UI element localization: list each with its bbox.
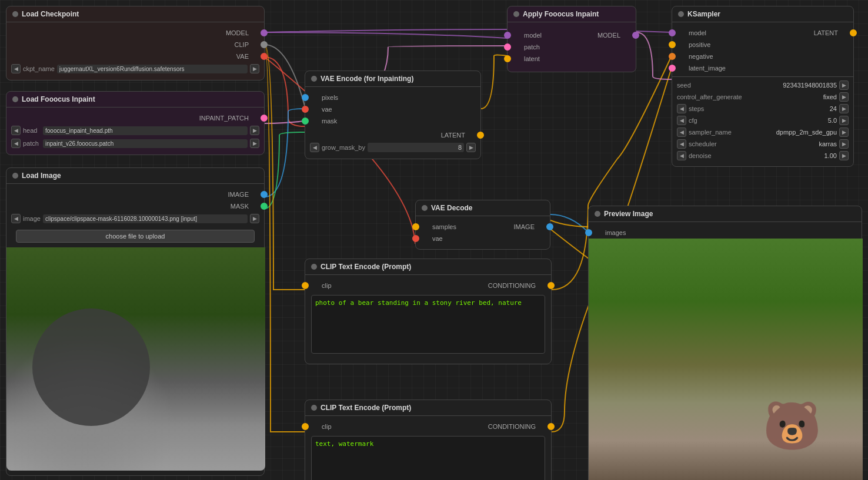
cfg-label: cfg [689, 117, 736, 124]
vae-encode-dot [311, 76, 317, 82]
ksampler-steps: ◀ steps 24 ▶ [672, 103, 853, 115]
sampler-value: dpmpp_2m_sde_gpu [738, 129, 837, 136]
ksampler-negative-input: negative [672, 51, 734, 62]
node-vae-encode: VAE Encode (for Inpainting) pixels vae m… [305, 71, 481, 159]
output-image-container [589, 239, 863, 480]
ksampler-positive-label: positive [689, 41, 710, 48]
cfg-prev-btn[interactable]: ◀ [677, 116, 686, 125]
ckpt-label: ckpt_name [23, 65, 55, 72]
steps-value: 24 [738, 105, 837, 112]
mask-input: mask [305, 115, 480, 127]
clip-positive-port [302, 282, 309, 289]
clip-label: CLIP [235, 41, 249, 48]
sched-prev-btn[interactable]: ◀ [677, 139, 686, 149]
latent-label: LATENT [441, 132, 465, 139]
patch-value-input[interactable] [43, 139, 248, 148]
ksampler-model-input: model [672, 27, 734, 39]
image-prev-btn[interactable]: ◀ [11, 214, 21, 223]
load-checkpoint-header: Load Checkpoint [6, 6, 264, 22]
sampler-next-btn[interactable]: ▶ [839, 127, 849, 137]
output-clip: CLIP [6, 39, 264, 51]
sampler-prev-btn[interactable]: ◀ [677, 127, 686, 137]
ckpt-value-input[interactable] [57, 65, 248, 73]
clip-positive-body: clip CONDITIONING [305, 275, 551, 364]
images-port [585, 229, 592, 236]
ksampler-positive-input: positive [672, 39, 734, 51]
image-file-input[interactable] [43, 214, 248, 223]
grow-prev-btn[interactable]: ◀ [310, 143, 319, 152]
latent-input: latent [508, 53, 550, 65]
head-prev-btn[interactable]: ◀ [11, 126, 21, 135]
load-image-dot [12, 173, 18, 179]
cfg-next-btn[interactable]: ▶ [839, 116, 849, 125]
model-out-port [632, 32, 639, 39]
apply-fooocus-inputs: model patch latent [508, 29, 550, 65]
field-next-btn[interactable]: ▶ [250, 64, 259, 73]
clip-negative-port [302, 423, 309, 430]
upload-button[interactable]: choose file to upload [16, 230, 255, 243]
head-value-input[interactable] [43, 126, 248, 135]
grow-mask-field: ◀ grow_mask_by ▶ [305, 141, 480, 154]
mask-output-label: MASK [231, 203, 249, 210]
clip-positive-textarea[interactable] [311, 295, 545, 354]
ksampler-negative-label: negative [689, 53, 713, 60]
inpaint-patch-port [261, 115, 268, 122]
vae-decode-image-output: IMAGE [506, 221, 550, 233]
patch-input: patch [508, 41, 550, 53]
clip-negative-title: CLIP Text Encode (Prompt) [321, 404, 411, 412]
node-load-checkpoint: Load Checkpoint MODEL CLIP VAE ◀ ckpt_na… [6, 6, 265, 80]
ksampler-dot [678, 11, 684, 17]
clip-negative-cond-label: CONDITIONING [488, 423, 536, 430]
ksampler-latent-output: LATENT [806, 27, 853, 39]
ksampler-latent-out-label: LATENT [814, 29, 838, 36]
load-image-body: IMAGE MASK ◀ image ▶ choose file to uplo… [6, 184, 264, 475]
patch-next-btn[interactable]: ▶ [250, 139, 259, 148]
ksampler-model-label: model [689, 29, 706, 36]
field-prev-btn[interactable]: ◀ [11, 64, 21, 73]
clip-positive-clip-input: clip [305, 280, 340, 291]
head-next-btn[interactable]: ▶ [250, 126, 259, 135]
ksampler-title: KSampler [687, 10, 720, 18]
denoise-next-btn[interactable]: ▶ [839, 151, 849, 160]
cfg-value: 5.0 [738, 117, 837, 124]
patch-in-label: patch [524, 43, 540, 51]
clip-negative-dot [311, 405, 317, 411]
upload-btn-wrapper: choose file to upload [6, 225, 264, 247]
ksampler-body: model positive negative latent_image [672, 22, 853, 166]
image-next-btn[interactable]: ▶ [250, 214, 259, 223]
denoise-prev-btn[interactable]: ◀ [677, 151, 686, 160]
load-image-title: Load Image [22, 172, 61, 180]
patch-prev-btn[interactable]: ◀ [11, 139, 21, 148]
pixels-label: pixels [322, 94, 338, 101]
input-image-preview [6, 247, 265, 471]
clip-negative-header: CLIP Text Encode (Prompt) [305, 400, 551, 416]
clip-negative-cond-port [547, 423, 555, 430]
mask-port [302, 118, 309, 125]
sched-next-btn[interactable]: ▶ [839, 139, 849, 149]
clip-negative-clip-label: clip [322, 423, 332, 430]
clip-negative-cond-output: CONDITIONING [480, 421, 551, 432]
steps-next-btn[interactable]: ▶ [839, 104, 849, 113]
grow-next-btn[interactable]: ▶ [466, 143, 476, 152]
inpaint-patch-output: INPAINT_PATCH [6, 112, 264, 124]
ksampler-header: KSampler [672, 6, 853, 22]
clip-positive-cond-output: CONDITIONING [480, 280, 551, 291]
ksampler-latent-port [669, 65, 676, 72]
clip-positive-header: CLIP Text Encode (Prompt) [305, 259, 551, 275]
load-fooocus-title: Load Fooocus Inpaint [22, 95, 95, 103]
images-label: images [605, 229, 626, 236]
seed-next-btn[interactable]: ▶ [839, 80, 849, 90]
latent-output: LATENT [305, 129, 480, 141]
control-next-btn[interactable]: ▶ [839, 92, 849, 102]
node-vae-decode: VAE Decode samples vae IMAGE [415, 200, 550, 250]
grow-value-input[interactable] [368, 143, 464, 152]
ksampler-outputs: LATENT [806, 27, 853, 39]
node-clip-negative: CLIP Text Encode (Prompt) clip CONDITION… [305, 400, 552, 480]
clip-negative-textarea[interactable] [311, 436, 545, 480]
steps-prev-btn[interactable]: ◀ [677, 104, 686, 113]
latent-in-label: latent [524, 55, 540, 62]
input-image-sim [6, 247, 265, 471]
clip-output-port [261, 41, 268, 48]
ksampler-model-port [669, 29, 676, 36]
apply-fooocus-title: Apply Fooocus Inpaint [523, 10, 599, 18]
